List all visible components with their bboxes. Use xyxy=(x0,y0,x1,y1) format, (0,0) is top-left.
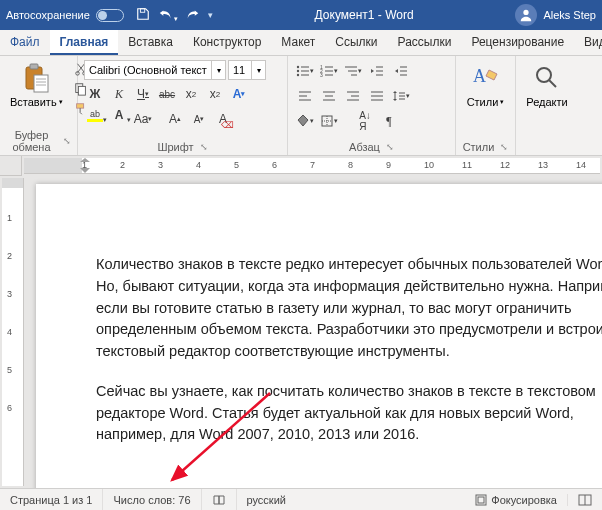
ruler-tick: 12 xyxy=(500,160,510,170)
redo-icon[interactable] xyxy=(186,7,200,24)
tab-view[interactable]: Вид xyxy=(574,30,602,55)
ruler-tick: 3 xyxy=(158,160,163,170)
superscript-button[interactable]: x2 xyxy=(204,83,226,105)
tab-home[interactable]: Главная xyxy=(50,30,119,55)
status-focus-mode[interactable]: Фокусировка xyxy=(465,494,568,506)
user-area[interactable]: Aleks Step xyxy=(515,4,596,26)
save-icon[interactable] xyxy=(136,7,150,24)
status-language[interactable]: русский xyxy=(237,489,296,510)
grow-font-button[interactable]: A▴ xyxy=(164,108,186,130)
ruler-horizontal[interactable]: 1234567891011121314 xyxy=(24,158,600,174)
svg-point-1 xyxy=(524,10,529,15)
shading-button[interactable]: ▾ xyxy=(294,110,316,132)
svg-point-13 xyxy=(297,66,299,68)
sort-button[interactable]: A↓Я xyxy=(354,110,376,132)
tab-mailings[interactable]: Рассылки xyxy=(388,30,462,55)
line-spacing-button[interactable]: ▾ xyxy=(390,85,412,107)
group-paragraph: ▾ 123▾ ▾ ▾ ▾ ▾ A↓Я ¶ Абзац⤡ xyxy=(288,56,456,155)
document-area: 123456 Количество знаков в тексте редко … xyxy=(0,176,602,488)
styles-icon: A xyxy=(470,62,502,94)
numbering-button[interactable]: 123▾ xyxy=(318,60,340,82)
tab-insert[interactable]: Вставка xyxy=(118,30,183,55)
group-editing: Редакти xyxy=(516,56,578,155)
subscript-button[interactable]: x2 xyxy=(180,83,202,105)
tab-references[interactable]: Ссылки xyxy=(325,30,387,55)
strike-button[interactable]: abc xyxy=(156,83,178,105)
ruler-tick: 13 xyxy=(538,160,548,170)
status-word-count[interactable]: Число слов: 76 xyxy=(103,489,201,510)
tab-design[interactable]: Конструктор xyxy=(183,30,271,55)
shrink-font-button[interactable]: A▾ xyxy=(188,108,210,130)
align-right-button[interactable] xyxy=(342,85,364,107)
increase-indent-button[interactable] xyxy=(390,60,412,82)
paragraph-group-label: Абзац xyxy=(349,141,380,153)
ruler-tick: 5 xyxy=(234,160,239,170)
change-case-button[interactable]: Aa▾ xyxy=(132,108,154,130)
borders-button[interactable]: ▾ xyxy=(318,110,340,132)
align-left-button[interactable] xyxy=(294,85,316,107)
group-clipboard: Вставить▾ Буфер обмена⤡ xyxy=(0,56,78,155)
ruler-tick: 10 xyxy=(424,160,434,170)
autosave-toggle[interactable]: Автосохранение xyxy=(6,9,124,22)
toggle-switch-icon[interactable] xyxy=(96,9,124,22)
paragraph-2[interactable]: Сейчас вы узнаете, как посчитать количес… xyxy=(96,381,602,446)
italic-button[interactable]: К xyxy=(108,83,130,105)
underline-button[interactable]: Ч▾ xyxy=(132,83,154,105)
ruler-tick: 2 xyxy=(7,251,12,261)
ruler-tick: 5 xyxy=(7,365,12,375)
paragraph-1[interactable]: Количество знаков в тексте редко интерес… xyxy=(96,254,602,363)
font-name-select[interactable]: ▾ xyxy=(84,60,226,80)
paste-label: Вставить xyxy=(10,96,57,108)
document-title: Документ1 - Word xyxy=(213,8,516,22)
highlight-button[interactable]: ab▾ xyxy=(84,108,106,130)
autosave-label: Автосохранение xyxy=(6,9,90,21)
status-page[interactable]: Страница 1 из 1 xyxy=(0,489,103,510)
page-viewport[interactable]: Количество знаков в тексте редко интерес… xyxy=(26,176,602,488)
status-proofing[interactable] xyxy=(202,489,237,510)
svg-rect-3 xyxy=(30,64,38,69)
bold-button[interactable]: Ж xyxy=(84,83,106,105)
editing-label: Редакти xyxy=(526,96,567,108)
ruler-tick: 11 xyxy=(462,160,472,170)
font-size-input[interactable] xyxy=(228,60,252,80)
chevron-down-icon[interactable]: ▾ xyxy=(252,60,266,80)
ruler-tick: 6 xyxy=(7,403,12,413)
paragraph-launcher-icon[interactable]: ⤡ xyxy=(386,142,394,152)
show-marks-button[interactable]: ¶ xyxy=(378,110,400,132)
editing-button[interactable]: Редакти xyxy=(522,60,572,110)
font-launcher-icon[interactable]: ⤡ xyxy=(200,142,208,152)
font-size-select[interactable]: ▾ xyxy=(228,60,266,80)
decrease-indent-button[interactable] xyxy=(366,60,388,82)
clipboard-launcher-icon[interactable]: ⤡ xyxy=(63,136,71,146)
ruler-corner xyxy=(0,156,22,176)
svg-line-55 xyxy=(549,80,556,87)
paste-icon xyxy=(20,62,52,94)
styles-label: Стили xyxy=(467,96,499,108)
tab-layout[interactable]: Макет xyxy=(271,30,325,55)
chevron-down-icon[interactable]: ▾ xyxy=(212,60,226,80)
tab-file[interactable]: Файл xyxy=(0,30,50,55)
paste-button[interactable]: Вставить▾ xyxy=(6,60,67,127)
font-color-button[interactable]: A▾ xyxy=(108,108,130,130)
ruler-vertical[interactable]: 123456 xyxy=(2,178,24,486)
multilevel-button[interactable]: ▾ xyxy=(342,60,364,82)
styles-launcher-icon[interactable]: ⤡ xyxy=(500,142,508,152)
font-name-input[interactable] xyxy=(84,60,212,80)
find-icon xyxy=(531,62,563,94)
align-center-button[interactable] xyxy=(318,85,340,107)
justify-button[interactable] xyxy=(366,85,388,107)
styles-button[interactable]: A Стили▾ xyxy=(462,60,509,110)
tab-review[interactable]: Рецензирование xyxy=(461,30,574,55)
clear-format-button[interactable]: A⌫ xyxy=(212,108,234,130)
group-font: ▾ ▾ Ж К Ч▾ abc x2 x2 A▾ ab▾ A▾ Aa▾ A▴ A▾… xyxy=(78,56,288,155)
ribbon-tabs: Файл Главная Вставка Конструктор Макет С… xyxy=(0,30,602,56)
ruler-tick: 3 xyxy=(7,289,12,299)
ruler-tick: 1 xyxy=(7,213,12,223)
undo-icon[interactable]: ▾ xyxy=(158,7,178,24)
status-bar: Страница 1 из 1 Число слов: 76 русский Ф… xyxy=(0,488,602,510)
ruler-tick: 9 xyxy=(386,160,391,170)
ruler-tick: 4 xyxy=(196,160,201,170)
bullets-button[interactable]: ▾ xyxy=(294,60,316,82)
text-effects-button[interactable]: A▾ xyxy=(228,83,250,105)
status-view-buttons[interactable] xyxy=(568,494,602,506)
